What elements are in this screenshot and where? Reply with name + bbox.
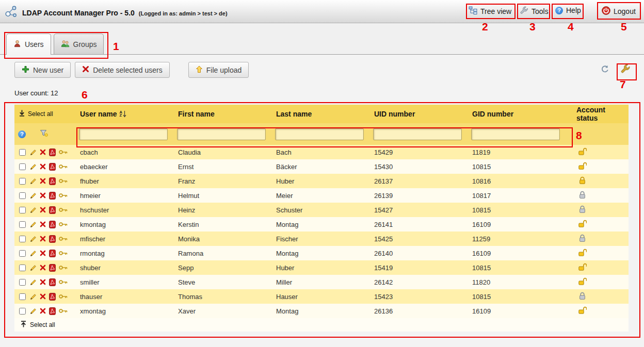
filter-gid-number-input[interactable] <box>471 128 560 140</box>
column-header-gid-number[interactable]: GID number <box>471 105 569 123</box>
row-delete-icon[interactable] <box>40 250 46 256</box>
pdf-export-icon[interactable] <box>49 163 56 171</box>
select-all-bottom[interactable]: Select all <box>14 318 629 332</box>
help-button[interactable]: ? Help <box>555 6 581 14</box>
row-select-checkbox[interactable] <box>19 178 26 185</box>
column-header-last-name[interactable]: Last name <box>275 105 373 123</box>
column-header-account-status[interactable]: Account status <box>569 105 629 123</box>
pdf-export-icon[interactable] <box>49 235 56 243</box>
cell-user-name[interactable]: thauser <box>79 289 177 304</box>
row-select-checkbox[interactable] <box>19 293 26 300</box>
cell-user-name[interactable]: smiller <box>79 275 177 289</box>
row-select-checkbox[interactable] <box>19 250 26 257</box>
logout-button[interactable]: Logout <box>602 6 636 16</box>
edit-pencil-icon[interactable] <box>30 250 37 257</box>
edit-pencil-icon[interactable] <box>30 236 37 242</box>
sort-az-icon[interactable]: A Z <box>120 110 126 118</box>
row-delete-icon[interactable] <box>40 163 46 170</box>
column-header-user-name[interactable]: User name A Z <box>79 105 177 123</box>
file-upload-button[interactable]: File upload <box>188 62 249 78</box>
delete-selected-users-button[interactable]: Delete selected users <box>75 62 170 78</box>
pdf-export-icon[interactable] <box>49 278 56 286</box>
filter-user-name-input[interactable] <box>79 128 168 140</box>
edit-pencil-icon[interactable] <box>30 178 37 185</box>
row-select-checkbox[interactable] <box>19 236 26 242</box>
pdf-export-icon[interactable] <box>49 293 56 301</box>
row-select-checkbox[interactable] <box>19 192 26 199</box>
password-key-icon[interactable] <box>59 193 68 198</box>
column-header-first-name[interactable]: First name <box>177 105 275 123</box>
pdf-export-icon[interactable] <box>49 250 56 257</box>
pdf-export-icon[interactable] <box>49 307 56 315</box>
pdf-export-icon[interactable] <box>49 206 56 214</box>
row-select-checkbox[interactable] <box>19 265 26 271</box>
password-key-icon[interactable] <box>59 150 68 155</box>
edit-pencil-icon[interactable] <box>30 265 37 271</box>
edit-pencil-icon[interactable] <box>30 149 37 156</box>
password-key-icon[interactable] <box>59 279 68 285</box>
row-delete-icon[interactable] <box>40 236 46 242</box>
row-select-checkbox[interactable] <box>19 163 26 170</box>
row-select-checkbox[interactable] <box>19 221 26 228</box>
password-key-icon[interactable] <box>59 222 68 227</box>
row-delete-icon[interactable] <box>40 207 46 213</box>
filter-uid-number-input[interactable] <box>373 128 462 140</box>
filter-last-name-input[interactable] <box>275 128 364 140</box>
row-select-checkbox[interactable] <box>19 207 26 213</box>
cell-user-name[interactable]: mfischer <box>79 232 177 246</box>
row-select-checkbox[interactable] <box>19 308 26 315</box>
row-delete-icon[interactable] <box>40 178 46 184</box>
row-delete-icon[interactable] <box>40 265 46 271</box>
row-delete-icon[interactable] <box>40 293 46 300</box>
cell-user-name[interactable]: fhuber <box>79 174 177 188</box>
edit-pencil-icon[interactable] <box>30 207 37 213</box>
cell-user-name[interactable]: rmontag <box>79 246 177 260</box>
password-key-icon[interactable] <box>59 164 68 169</box>
cell-user-name[interactable]: cbach <box>79 145 177 159</box>
tab-users[interactable]: Users <box>6 34 51 55</box>
edit-pencil-icon[interactable] <box>30 308 37 315</box>
row-select-checkbox[interactable] <box>19 279 26 286</box>
column-header-uid-number[interactable]: UID number <box>373 105 471 123</box>
tab-groups[interactable]: Groups <box>54 34 104 54</box>
pdf-export-icon[interactable] <box>49 221 56 228</box>
row-delete-icon[interactable] <box>40 192 46 199</box>
password-key-icon[interactable] <box>59 251 68 256</box>
pdf-export-icon[interactable] <box>49 192 56 200</box>
select-all-top[interactable]: Select all <box>15 110 53 118</box>
edit-pencil-icon[interactable] <box>30 293 37 300</box>
row-select-checkbox[interactable] <box>19 149 26 156</box>
edit-pencil-icon[interactable] <box>30 279 37 286</box>
settings-wrench-icon[interactable] <box>621 64 631 74</box>
tree-view-button[interactable]: Tree view <box>469 6 511 16</box>
password-key-icon[interactable] <box>59 294 68 299</box>
row-delete-icon[interactable] <box>40 308 46 314</box>
edit-pencil-icon[interactable] <box>30 192 37 199</box>
pdf-export-icon[interactable] <box>49 177 56 185</box>
cell-user-name[interactable]: kmontag <box>79 217 177 232</box>
cell-user-name[interactable]: hschuster <box>79 203 177 217</box>
filter-first-name-input[interactable] <box>177 128 266 140</box>
row-delete-icon[interactable] <box>40 221 46 227</box>
pdf-export-icon[interactable] <box>49 148 56 156</box>
cell-user-name[interactable]: xmontag <box>79 304 177 318</box>
password-key-icon[interactable] <box>59 207 68 212</box>
cell-user-name[interactable]: ebaecker <box>79 159 177 174</box>
edit-pencil-icon[interactable] <box>30 221 37 228</box>
cell-user-name[interactable]: hmeier <box>79 188 177 203</box>
password-key-icon[interactable] <box>59 178 68 184</box>
password-key-icon[interactable] <box>59 236 68 241</box>
tools-button[interactable]: Tools <box>520 6 549 16</box>
row-delete-icon[interactable] <box>40 279 46 285</box>
select-all-up-icon <box>21 321 26 329</box>
filter-help-icon[interactable]: ? <box>18 130 26 138</box>
pdf-export-icon[interactable] <box>49 264 56 272</box>
row-delete-icon[interactable] <box>40 149 46 155</box>
new-user-button[interactable]: New user <box>14 62 71 78</box>
edit-pencil-icon[interactable] <box>30 163 37 170</box>
refresh-icon[interactable] <box>601 65 609 73</box>
cell-user-name[interactable]: shuber <box>79 260 177 275</box>
password-key-icon[interactable] <box>59 265 68 270</box>
password-key-icon[interactable] <box>59 308 68 313</box>
filter-funnel-icon[interactable] <box>40 129 48 139</box>
